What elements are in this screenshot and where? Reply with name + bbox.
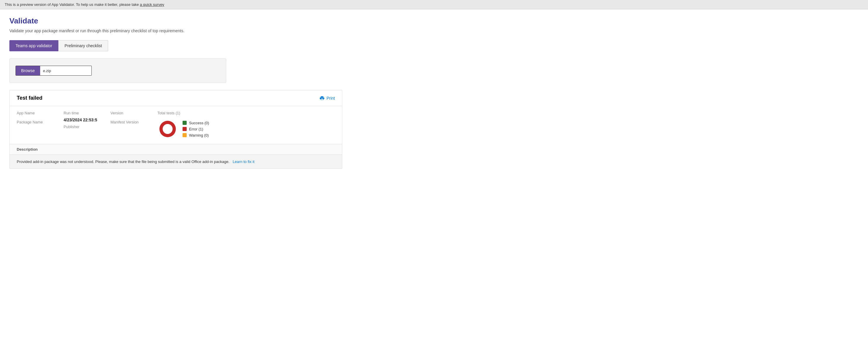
description-header: Description [10, 144, 342, 155]
app-name-label: App Name [17, 111, 52, 115]
svg-point-1 [163, 124, 173, 134]
donut-chart [157, 119, 178, 139]
preview-banner: This is a preview version of App Validat… [0, 0, 868, 9]
tab-preliminary-checklist[interactable]: Preliminary checklist [58, 40, 108, 51]
manifest-version-label: Manifest Version [111, 120, 146, 124]
description-row: Provided add-in package was not understo… [10, 155, 342, 169]
banner-text: This is a preview version of App Validat… [5, 2, 140, 7]
file-input-box: Browse e.zip [16, 66, 92, 76]
learn-link[interactable]: Learn to fix it [233, 159, 254, 164]
page-title: Validate [9, 17, 342, 26]
upload-area: Browse e.zip [9, 58, 226, 83]
description-label: Description [17, 147, 38, 151]
chart-container: Success (0) Error (1) Warning (0) [157, 119, 209, 139]
page-subtitle: Validate your app package manifest or ru… [9, 28, 342, 33]
run-time-col: Run time 4/23/2024 22:53:5 Publisher [64, 111, 99, 131]
file-name-display: e.zip [40, 66, 91, 75]
legend-warning: Warning (0) [183, 133, 209, 138]
results-header: Test failed Print [10, 90, 342, 106]
run-time-label: Run time [64, 111, 99, 115]
success-dot [183, 121, 187, 125]
description-text: Provided add-in package was not understo… [17, 159, 229, 164]
results-section: Test failed Print App Name Package Name … [9, 90, 342, 169]
tab-bar: Teams app validator Preliminary checklis… [9, 40, 342, 51]
chart-title: Total tests (1) [157, 111, 209, 115]
error-dot [183, 127, 187, 131]
run-time-value: 4/23/2024 22:53:5 [64, 118, 99, 122]
survey-link[interactable]: a quick survey [140, 2, 164, 7]
print-button[interactable]: Print [319, 95, 335, 101]
publisher-label: Publisher [64, 124, 99, 129]
app-name-col: App Name Package Name [17, 111, 52, 127]
main-content: Validate Validate your app package manif… [0, 9, 352, 176]
legend-error: Error (1) [183, 127, 209, 131]
version-col: Version Manifest Version [111, 111, 146, 127]
chart-legend: Success (0) Error (1) Warning (0) [183, 121, 209, 138]
warning-dot [183, 133, 187, 137]
chart-col: Total tests (1) Success (0) [157, 111, 209, 139]
browse-button[interactable]: Browse [16, 66, 40, 75]
version-label: Version [111, 111, 146, 115]
metadata-area: App Name Package Name Run time 4/23/2024… [10, 106, 342, 144]
print-icon [319, 95, 325, 101]
error-label: Error (1) [189, 127, 203, 131]
success-label: Success (0) [189, 121, 209, 125]
package-name-label: Package Name [17, 120, 52, 124]
legend-success: Success (0) [183, 121, 209, 125]
test-status-label: Test failed [17, 95, 42, 101]
tab-teams-validator[interactable]: Teams app validator [9, 40, 58, 51]
warning-label: Warning (0) [189, 133, 209, 138]
print-label: Print [327, 96, 335, 100]
